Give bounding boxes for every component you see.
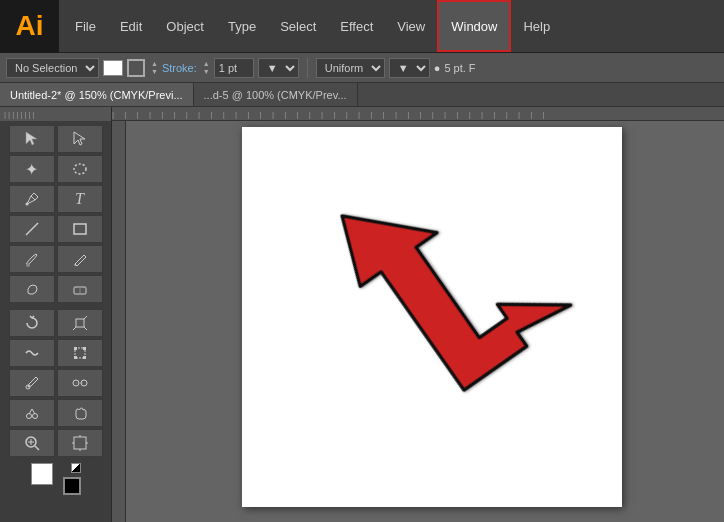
rotate-tool-btn[interactable] <box>9 309 55 337</box>
eyedropper-tool-btn[interactable] <box>9 369 55 397</box>
menu-file[interactable]: File <box>63 0 108 52</box>
uniform-arrow-dropdown[interactable]: ▼ <box>389 58 430 78</box>
svg-rect-7 <box>76 319 84 327</box>
paintbrush-tool-btn[interactable] <box>9 245 55 273</box>
uniform-dropdown[interactable]: Uniform <box>316 58 385 78</box>
pencil-tool-btn[interactable] <box>57 245 103 273</box>
lasso-tool-btn[interactable] <box>57 155 103 183</box>
line-tool-btn[interactable] <box>9 215 55 243</box>
warp-tool-btn[interactable] <box>9 339 55 367</box>
svg-point-15 <box>81 380 87 386</box>
rectangle-tool-btn[interactable] <box>57 215 103 243</box>
svg-point-0 <box>74 164 86 174</box>
pt-label: ● <box>434 62 441 74</box>
tool-row-4 <box>2 215 109 243</box>
spinner-box: ▲ ▼ <box>149 60 158 76</box>
svg-point-18 <box>32 414 37 419</box>
tool-row-8 <box>2 339 109 367</box>
svg-point-1 <box>25 203 28 206</box>
scale-tool-btn[interactable] <box>57 309 103 337</box>
pt-value: 5 pt. F <box>444 62 475 74</box>
svg-rect-9 <box>74 347 77 350</box>
doc-tab-1[interactable]: Untitled-2* @ 150% (CMYK/Previ... <box>0 83 194 106</box>
app-logo: Ai <box>0 0 59 53</box>
toolbar: No Selection ▲ ▼ Stroke: ▲ ▼ ▼ Uniform ▼… <box>0 53 724 83</box>
canvas-page <box>242 127 622 507</box>
stroke-label: Stroke: <box>162 62 197 74</box>
menu-window[interactable]: Window <box>437 0 511 52</box>
tool-row-1 <box>2 125 109 153</box>
selection-tool-btn[interactable] <box>9 125 55 153</box>
tool-row-9 <box>2 369 109 397</box>
canvas-area: | | | | | | | | | | | | | | | | | | | | … <box>112 107 724 522</box>
svg-rect-3 <box>74 224 86 234</box>
menu-items: File Edit Object Type Select Effect View… <box>59 0 562 52</box>
menu-view[interactable]: View <box>385 0 437 52</box>
svg-rect-11 <box>74 356 77 359</box>
svg-point-17 <box>26 414 31 419</box>
eraser-tool-btn[interactable] <box>57 275 103 303</box>
fill-swatch[interactable] <box>31 463 53 485</box>
svg-rect-12 <box>83 356 86 359</box>
menu-edit[interactable]: Edit <box>108 0 154 52</box>
artboard-tool-btn[interactable] <box>57 429 103 457</box>
tool-row-11 <box>2 429 109 457</box>
type-tool-btn[interactable]: T <box>57 185 103 213</box>
menu-type[interactable]: Type <box>216 0 268 52</box>
color-swatches <box>31 463 81 495</box>
stroke-swatch[interactable] <box>63 477 81 495</box>
spinner-arrows: ▲ ▼ <box>151 60 158 76</box>
svg-line-2 <box>26 223 38 235</box>
menu-bar: Ai File Edit Object Type Select Effect V… <box>0 0 724 53</box>
ruler-left <box>112 121 126 522</box>
free-transform-tool-btn[interactable] <box>57 339 103 367</box>
scissors-tool-btn[interactable] <box>9 399 55 427</box>
spinner-down[interactable]: ▼ <box>151 68 158 76</box>
main-area: |||||||| ✦ <box>0 107 724 522</box>
stroke-end-dropdown[interactable]: ▼ <box>258 58 299 78</box>
selection-dropdown[interactable]: No Selection <box>6 58 99 78</box>
menu-object[interactable]: Object <box>154 0 216 52</box>
tool-row-2: ✦ <box>2 155 109 183</box>
svg-text:| | | | | | | | | | | | | | | : | | | | | | | | | | | | | | | | | | | | … <box>112 110 549 119</box>
menu-effect[interactable]: Effect <box>328 0 385 52</box>
blend-tool-btn[interactable] <box>57 369 103 397</box>
stroke-value-input[interactable] <box>214 58 254 78</box>
magic-wand-tool-btn[interactable]: ✦ <box>9 155 55 183</box>
svg-rect-23 <box>74 437 86 449</box>
stroke-spinner: ▲ ▼ <box>201 60 210 76</box>
menu-select[interactable]: Select <box>268 0 328 52</box>
doc-tab-2[interactable]: ...d-5 @ 100% (CMYK/Prev... <box>194 83 358 106</box>
tool-row-6 <box>2 275 109 303</box>
doc-tabs: Untitled-2* @ 150% (CMYK/Previ... ...d-5… <box>0 83 724 107</box>
toolbar-separator-1 <box>307 58 308 78</box>
tool-row-7 <box>2 309 109 337</box>
tool-row-5 <box>2 245 109 273</box>
blob-brush-tool-btn[interactable] <box>9 275 55 303</box>
reset-swatch[interactable] <box>71 463 81 473</box>
svg-line-20 <box>35 446 39 450</box>
ruler-top: | | | | | | | | | | | | | | | | | | | | … <box>112 107 724 121</box>
zoom-tool-btn[interactable] <box>9 429 55 457</box>
menu-help[interactable]: Help <box>511 0 562 52</box>
spinner-up[interactable]: ▲ <box>151 60 158 68</box>
fill-color-box[interactable] <box>103 60 123 76</box>
pen-tool-btn[interactable] <box>9 185 55 213</box>
tool-row-3: T <box>2 185 109 213</box>
tool-row-10 <box>2 399 109 427</box>
svg-point-4 <box>26 263 30 267</box>
stroke-style-box[interactable] <box>127 59 145 77</box>
toolbox: |||||||| ✦ <box>0 107 112 522</box>
hand-tool-btn[interactable] <box>57 399 103 427</box>
svg-rect-10 <box>83 347 86 350</box>
stroke-spinner-arrows: ▲ ▼ <box>203 60 210 76</box>
stroke-up[interactable]: ▲ <box>203 60 210 68</box>
stroke-down[interactable]: ▼ <box>203 68 210 76</box>
direct-selection-tool-btn[interactable] <box>57 125 103 153</box>
